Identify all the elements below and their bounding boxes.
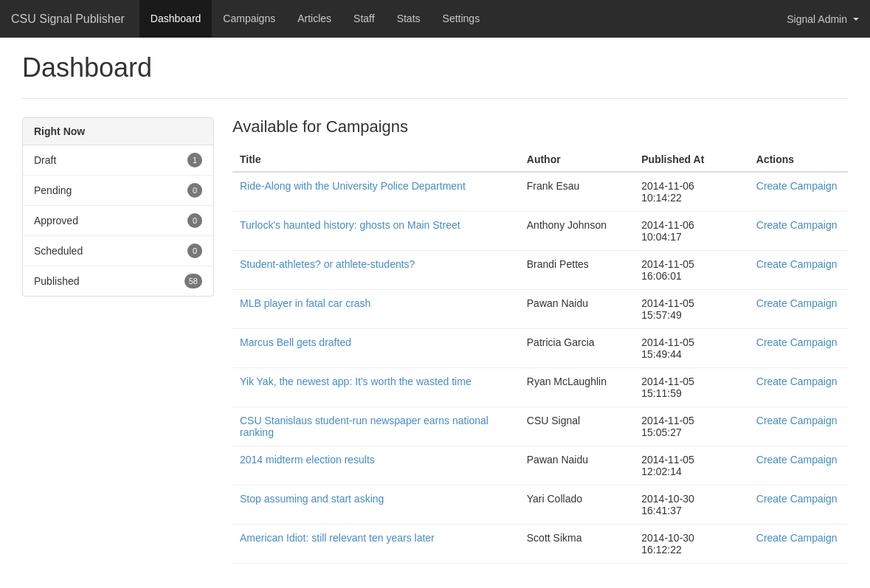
- article-title-link[interactable]: American Idiot: still relevant ten years…: [240, 532, 435, 544]
- user-menu[interactable]: Signal Admin: [787, 13, 859, 25]
- create-campaign-button[interactable]: Create Campaign: [756, 454, 838, 466]
- table-cell-published-at: 2014-11-06 10:04:17: [634, 212, 749, 251]
- article-title-link[interactable]: Student-athletes? or athlete-students?: [240, 258, 415, 270]
- table-cell-published-at: 2014-11-05 15:57:49: [634, 290, 749, 329]
- create-campaign-button[interactable]: Create Campaign: [756, 532, 838, 544]
- nav-item-settings[interactable]: Settings: [432, 0, 491, 38]
- sidebar-item-pending[interactable]: Pending 0: [23, 176, 213, 206]
- table-cell-title: Ride-Along with the University Police De…: [232, 172, 519, 212]
- sidebar-item-draft-label: Draft: [34, 154, 56, 166]
- create-campaign-button[interactable]: Create Campaign: [756, 415, 838, 426]
- table-cell-title: MLB player in fatal car crash: [232, 290, 519, 329]
- nav-item-campaigns[interactable]: Campaigns: [212, 0, 286, 38]
- article-title-link[interactable]: MLB player in fatal car crash: [240, 297, 370, 309]
- article-title-link[interactable]: Stop assuming and start asking: [240, 493, 384, 505]
- create-campaign-button[interactable]: Create Campaign: [756, 336, 838, 348]
- table-cell-published-at: 2014-11-05 15:11:59: [634, 368, 749, 407]
- table-cell-author: Pawan Naidu: [519, 446, 635, 485]
- nav-link-staff[interactable]: Staff: [342, 0, 386, 38]
- create-campaign-button[interactable]: Create Campaign: [756, 219, 838, 231]
- nav-link-articles[interactable]: Articles: [286, 0, 342, 38]
- table-cell-author: Frank Esau: [519, 172, 635, 212]
- main-layout: Right Now Draft 1 Pending 0 Approved 0 S…: [22, 117, 848, 564]
- table-row: MLB player in fatal car crashPawan Naidu…: [232, 290, 848, 329]
- table-header: Title Author Published At Actions: [232, 148, 848, 172]
- nav-item-articles[interactable]: Articles: [286, 0, 342, 38]
- table-row: American Idiot: still relevant ten years…: [232, 525, 848, 564]
- table-cell-title: American Idiot: still relevant ten years…: [232, 525, 519, 564]
- article-title-link[interactable]: Marcus Bell gets drafted: [240, 336, 351, 348]
- table-cell-published-at: 2014-11-06 10:14:22: [634, 172, 749, 212]
- article-title-link[interactable]: Yik Yak, the newest app: It's worth the …: [240, 376, 472, 387]
- sidebar-item-scheduled-count: 0: [187, 243, 202, 258]
- article-title-link[interactable]: 2014 midterm election results: [240, 454, 375, 466]
- sidebar-item-scheduled-label: Scheduled: [34, 245, 83, 257]
- table-cell-author: Yari Collado: [519, 485, 635, 525]
- user-name: Signal Admin: [787, 13, 847, 25]
- table-cell-author: Patricia Garcia: [519, 329, 635, 368]
- sidebar-item-approved[interactable]: Approved 0: [23, 206, 213, 236]
- create-campaign-button[interactable]: Create Campaign: [756, 376, 838, 387]
- create-campaign-button[interactable]: Create Campaign: [756, 493, 838, 505]
- sidebar-item-approved-count: 0: [187, 213, 202, 228]
- col-header-title: Title: [232, 148, 519, 172]
- table-cell-actions: Create Campaign: [749, 368, 848, 407]
- table-cell-actions: Create Campaign: [749, 446, 848, 485]
- sidebar-item-pending-label: Pending: [34, 184, 72, 196]
- table-cell-actions: Create Campaign: [749, 212, 848, 251]
- table-cell-actions: Create Campaign: [749, 407, 848, 446]
- sidebar-item-published[interactable]: Published 58: [23, 266, 213, 296]
- nav-item-staff[interactable]: Staff: [342, 0, 386, 38]
- create-campaign-button[interactable]: Create Campaign: [756, 297, 838, 309]
- sidebar-header: Right Now: [23, 118, 213, 145]
- table-cell-author: Pawan Naidu: [519, 290, 635, 329]
- table-row: Marcus Bell gets draftedPatricia Garcia2…: [232, 329, 848, 368]
- nav-item-stats[interactable]: Stats: [386, 0, 432, 38]
- sidebar-item-draft[interactable]: Draft 1: [23, 145, 213, 176]
- table-cell-published-at: 2014-11-05 12:02:14: [634, 446, 749, 485]
- table-cell-title: Marcus Bell gets drafted: [232, 329, 519, 368]
- table-cell-published-at: 2014-10-30 16:41:37: [634, 485, 749, 525]
- create-campaign-button[interactable]: Create Campaign: [756, 180, 838, 192]
- table-cell-actions: Create Campaign: [749, 251, 848, 290]
- table-row: 2014 midterm election resultsPawan Naidu…: [232, 446, 848, 485]
- table-cell-author: CSU Signal: [519, 407, 635, 446]
- page-divider: [22, 98, 848, 99]
- table-cell-published-at: 2014-11-05 16:06:01: [634, 251, 749, 290]
- campaigns-section-title: Available for Campaigns: [232, 117, 848, 136]
- table-cell-title: CSU Stanislaus student-run newspaper ear…: [232, 407, 519, 446]
- nav-link-campaigns[interactable]: Campaigns: [212, 0, 286, 38]
- table-cell-published-at: 2014-10-30 16:12:22: [634, 525, 749, 564]
- table-cell-published-at: 2014-11-05 15:49:44: [634, 329, 749, 368]
- campaigns-tbody: Ride-Along with the University Police De…: [232, 172, 848, 564]
- navbar-nav: Dashboard Campaigns Articles Staff Stats…: [139, 0, 787, 38]
- col-header-published-at: Published At: [634, 148, 749, 172]
- col-header-actions: Actions: [749, 148, 848, 172]
- table-header-row: Title Author Published At Actions: [232, 148, 848, 172]
- page-title: Dashboard: [22, 52, 848, 83]
- article-title-link[interactable]: Turlock's haunted history: ghosts on Mai…: [240, 219, 460, 231]
- article-title-link[interactable]: Ride-Along with the University Police De…: [240, 180, 466, 192]
- page-content: Dashboard Right Now Draft 1 Pending 0 Ap…: [0, 38, 870, 578]
- table-cell-actions: Create Campaign: [749, 485, 848, 525]
- nav-item-dashboard[interactable]: Dashboard: [139, 0, 213, 38]
- table-cell-actions: Create Campaign: [749, 525, 848, 564]
- sidebar-item-published-count: 58: [184, 274, 202, 288]
- table-row: Yik Yak, the newest app: It's worth the …: [232, 368, 848, 407]
- create-campaign-button[interactable]: Create Campaign: [756, 258, 838, 270]
- sidebar-item-scheduled[interactable]: Scheduled 0: [23, 236, 213, 266]
- nav-link-stats[interactable]: Stats: [386, 0, 432, 38]
- table-cell-title: 2014 midterm election results: [232, 446, 519, 485]
- sidebar-item-approved-label: Approved: [34, 215, 78, 226]
- main-content: Available for Campaigns Title Author Pub…: [232, 117, 848, 564]
- col-header-author: Author: [519, 148, 635, 172]
- nav-link-settings[interactable]: Settings: [432, 0, 491, 38]
- sidebar-panel: Right Now Draft 1 Pending 0 Approved 0 S…: [22, 117, 214, 297]
- table-row: Student-athletes? or athlete-students?Br…: [232, 251, 848, 290]
- nav-link-dashboard[interactable]: Dashboard: [139, 0, 213, 38]
- table-row: Ride-Along with the University Police De…: [232, 172, 848, 212]
- article-title-link[interactable]: CSU Stanislaus student-run newspaper ear…: [240, 415, 488, 438]
- table-cell-title: Stop assuming and start asking: [232, 485, 519, 525]
- table-cell-author: Ryan McLaughlin: [519, 368, 635, 407]
- table-cell-title: Student-athletes? or athlete-students?: [232, 251, 519, 290]
